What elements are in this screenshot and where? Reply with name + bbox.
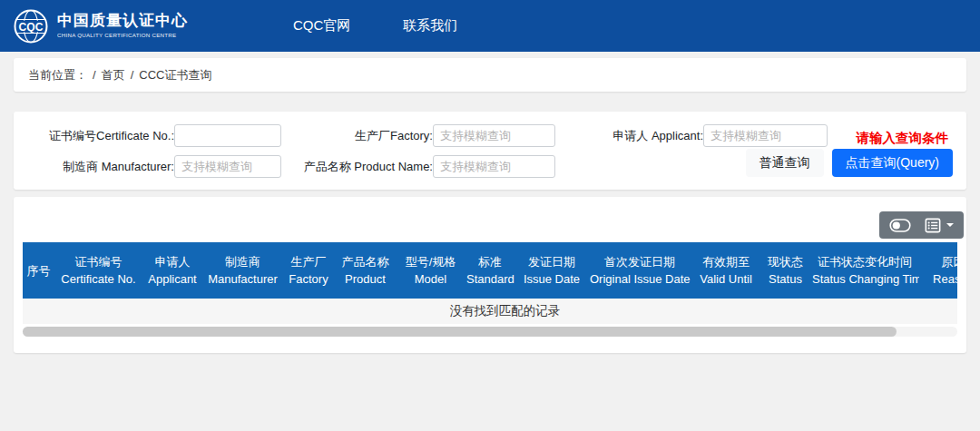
cqc-logo[interactable]: CQC 中国质量认证中心 CHINA QUALITY CERTIFICATION…: [13, 8, 250, 44]
certificate-no-label: 证书编号Certificate No.:: [14, 128, 174, 144]
col-status-changing-time: 证书状态变化时间Status Changing Time: [810, 242, 919, 299]
col-status: 现状态Status: [760, 242, 810, 299]
applicant-input[interactable]: [703, 124, 828, 147]
results-table-wrapper: 序号 证书编号Certificate No. 申请人Applicant 制造商M…: [23, 242, 957, 324]
top-nav: CQC官网 联系我们: [293, 17, 510, 34]
col-valid-until: 有效期至Valid Until: [691, 242, 760, 299]
product-name-input[interactable]: [433, 155, 555, 178]
breadcrumb-prefix: 当前位置：: [28, 67, 87, 83]
certificate-no-input[interactable]: [174, 124, 281, 147]
query-hint-text: 请输入查询条件: [857, 130, 949, 147]
col-product: 产品名称Product: [334, 242, 397, 299]
col-factory: 生产厂Factory: [283, 242, 334, 299]
breadcrumb-current-page: CCC证书查询: [139, 67, 211, 83]
col-issue-date: 发证日期Issue Date: [515, 242, 588, 299]
applicant-label: 申请人 Applicant:: [555, 128, 703, 144]
horizontal-scrollbar-thumb[interactable]: [23, 327, 897, 337]
factory-input[interactable]: [433, 124, 555, 147]
empty-row: 没有找到匹配的记录: [23, 299, 957, 324]
col-index: 序号: [23, 242, 54, 299]
col-certificate-no: 证书编号Certificate No.: [54, 242, 142, 299]
nav-item-contact-us[interactable]: 联系我们: [403, 17, 457, 34]
no-records-message: 没有找到匹配的记录: [23, 299, 957, 324]
factory-label: 生产厂Factory:: [281, 128, 433, 144]
col-reason: 原因Reason: [919, 242, 957, 299]
horizontal-scrollbar: [23, 327, 957, 337]
query-button[interactable]: 点击查询(Query): [832, 149, 953, 177]
normal-query-button[interactable]: 普通查询: [746, 149, 824, 177]
caret-down-icon: [946, 223, 954, 227]
product-name-label: 产品名称 Product Name:: [281, 159, 433, 175]
logo-title-zh: 中国质量认证中心: [57, 12, 250, 30]
logo-title-en: CHINA QUALITY CERTIFICATION CENTRE: [57, 32, 176, 38]
col-standard: 标准Standard: [465, 242, 515, 299]
breadcrumb-separator: /: [93, 68, 96, 82]
nav-item-cqc-site[interactable]: CQC官网: [293, 17, 350, 34]
svg-text:CQC: CQC: [19, 20, 44, 33]
manufacturer-input[interactable]: [174, 155, 281, 178]
breadcrumb-separator: /: [131, 68, 134, 82]
globe-icon: CQC: [13, 8, 49, 44]
col-original-issue-date: 首次发证日期Original Issue Date: [588, 242, 691, 299]
col-model: 型号/规格Model: [397, 242, 465, 299]
col-applicant: 申请人Applicant: [142, 242, 202, 299]
breadcrumb: 当前位置： / 首页 / CCC证书查询: [14, 58, 966, 92]
search-form-panel: 证书编号Certificate No.: 生产厂Factory: 申请人 App…: [14, 112, 966, 190]
top-header-bar: CQC 中国质量认证中心 CHINA QUALITY CERTIFICATION…: [0, 0, 980, 52]
toggle-view-icon: [889, 218, 911, 233]
columns-icon: [925, 218, 941, 233]
manufacturer-label: 制造商 Manufacturer:: [14, 159, 174, 175]
columns-dropdown-button[interactable]: [925, 218, 954, 233]
table-toolbar: [879, 211, 964, 239]
breadcrumb-home-link[interactable]: 首页: [102, 67, 125, 83]
col-manufacturer: 制造商Manufacturer: [202, 242, 283, 299]
toggle-view-button[interactable]: [889, 218, 911, 233]
results-panel: 序号 证书编号Certificate No. 申请人Applicant 制造商M…: [14, 197, 966, 353]
results-table: 序号 证书编号Certificate No. 申请人Applicant 制造商M…: [23, 242, 957, 324]
table-header-row: 序号 证书编号Certificate No. 申请人Applicant 制造商M…: [23, 242, 957, 299]
